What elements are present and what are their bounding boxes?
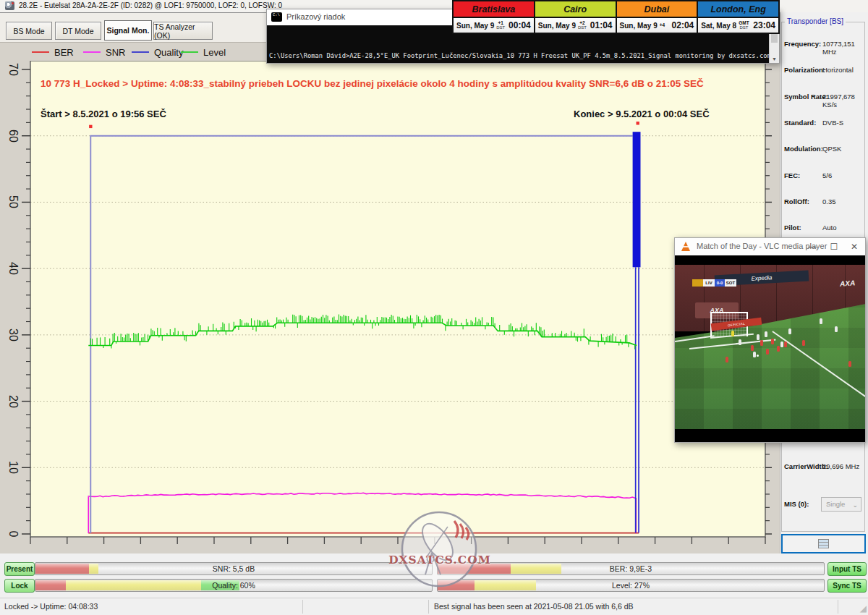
player bbox=[780, 342, 783, 347]
chart-legend: BER SNR Quality Level bbox=[0, 42, 266, 62]
transponder-field: Modulation:QPSK bbox=[781, 145, 866, 156]
transponder-field: FEC:5/6 bbox=[781, 171, 866, 183]
axa-logo: AXA bbox=[840, 279, 856, 287]
player bbox=[848, 361, 851, 367]
meter-label: SNR: 5,5 dB bbox=[35, 563, 432, 574]
chart-start-label: Štart > 8.5.2021 o 19:56 SEČ bbox=[41, 109, 166, 119]
mode-tabstrip: BS Mode DT Mode Signal Mon. TS Analyzer … bbox=[0, 13, 266, 42]
clock-city: Cairo bbox=[535, 1, 616, 18]
player bbox=[784, 342, 787, 347]
player bbox=[802, 340, 805, 346]
resize-grip[interactable]: ◢ bbox=[860, 603, 867, 614]
clock-city: Bratislava bbox=[454, 1, 534, 18]
status-lock-uptime: Locked -> Uptime: 04:08:33 bbox=[4, 602, 98, 611]
player bbox=[766, 349, 769, 355]
input-ts-indicator[interactable]: Input TS bbox=[827, 562, 867, 576]
drive-icon bbox=[818, 539, 829, 548]
y-axis-tick-label: 40 bbox=[4, 259, 22, 278]
legend-item-snr: SNR bbox=[83, 43, 125, 62]
clock-city: Dubai bbox=[617, 1, 697, 18]
y-axis-tick-label: 50 bbox=[4, 192, 22, 211]
mis-select[interactable]: Single⌄ bbox=[821, 497, 861, 512]
ber-line-swatch bbox=[32, 51, 49, 53]
statusbar-separator bbox=[302, 600, 303, 614]
clock-dubai: Dubai Sun, May 9 +4 02:04 bbox=[616, 1, 697, 33]
chart-end-label: Koniec > 9.5.2021 o 00:04 SEČ bbox=[574, 109, 710, 119]
vlc-titlebar[interactable]: Match of the Day - VLC media player — ☐ … bbox=[675, 238, 865, 255]
present-indicator[interactable]: Present bbox=[4, 562, 35, 576]
desktop: 28.2E - Eutelsat 28A-2A-2E-2F (ID: 0282)… bbox=[0, 0, 868, 615]
cmd-prompt-line: C:\Users\Roman Dávid>A2E-28,5°E_UK Footp… bbox=[269, 52, 771, 59]
player bbox=[726, 357, 728, 362]
legend-item-level: Level bbox=[181, 43, 226, 62]
ball bbox=[757, 355, 759, 357]
player bbox=[760, 340, 763, 346]
cmd-title: Príkazový riadok bbox=[286, 12, 345, 21]
vlc-cone-icon bbox=[681, 242, 690, 251]
sync-ts-indicator[interactable]: Sync TS bbox=[827, 579, 867, 593]
level-meter: Level: 27% bbox=[437, 579, 825, 592]
scroll-down-icon[interactable]: ▼ bbox=[770, 55, 779, 63]
player bbox=[753, 352, 756, 357]
transponder-field: Standard:DVB-S bbox=[781, 119, 866, 130]
vlc-video[interactable]: AXA AXA Expedia OFFICIAL LIV 0-0 SOT bbox=[675, 255, 865, 442]
transponder-field: Pilot:Auto bbox=[781, 224, 866, 235]
player bbox=[757, 334, 760, 340]
player bbox=[765, 331, 767, 337]
tab-dt-mode[interactable]: DT Mode bbox=[55, 22, 101, 40]
carrier-width-field: CarrierWidth:29,696 MHz bbox=[781, 462, 866, 474]
y-axis-tick-label: 20 bbox=[4, 392, 22, 411]
snr-line-swatch bbox=[83, 51, 101, 53]
player bbox=[777, 346, 780, 352]
clock-city: London, Eng bbox=[698, 1, 778, 18]
status-best-signal: Best signal has been seen at 2021-05-08 … bbox=[434, 602, 634, 611]
broadcaster-badge bbox=[692, 279, 703, 287]
clock-london: London, Eng Sat, May 8 GMTDST 23:04 bbox=[697, 1, 778, 33]
maximize-button[interactable]: ☐ bbox=[826, 240, 842, 253]
player bbox=[835, 326, 838, 332]
transponder-field: Frequency:10773,151 MHz bbox=[781, 40, 866, 51]
minimize-button[interactable]: — bbox=[804, 240, 820, 253]
quality-meter: Quality: 60% bbox=[35, 579, 433, 592]
level-line-swatch bbox=[181, 51, 198, 53]
snr-meter: SNR: 5,5 dB bbox=[35, 562, 433, 575]
tab-bs-mode[interactable]: BS Mode bbox=[6, 22, 52, 40]
y-axis-tick-label: 30 bbox=[4, 326, 22, 344]
ber-meter: BER: 9,9E-3 bbox=[437, 562, 825, 575]
player bbox=[820, 318, 822, 324]
y-axis-tick-label: 10 bbox=[4, 458, 22, 477]
away-team: SOT bbox=[725, 279, 736, 287]
player bbox=[788, 328, 791, 334]
score-overlay: LIV 0-0 SOT bbox=[692, 279, 736, 287]
transponder-field: Polarization:Horizontal bbox=[781, 66, 866, 77]
scroll-thumb[interactable] bbox=[771, 34, 778, 43]
app-title: 28.2E - Eutelsat 28A-2A-2E-2F (ID: 0282)… bbox=[19, 1, 282, 9]
meter-label: Level: 27% bbox=[438, 580, 824, 591]
lock-indicator[interactable]: Lock bbox=[4, 579, 35, 593]
tab-ts-analyzer[interactable]: TS Analyzer (OK) bbox=[153, 22, 213, 40]
vlc-window[interactable]: Match of the Day - VLC media player — ☐ … bbox=[674, 237, 866, 443]
status-bar: Locked -> Uptime: 04:08:33 Best signal h… bbox=[0, 598, 868, 615]
clock-cairo: Cairo Sun, May 9 +2DST 01:04 bbox=[534, 1, 616, 33]
chart-annotation: 10 773 H_Locked > Uptime: 4:08:33_stabil… bbox=[41, 78, 704, 89]
close-button[interactable]: ✕ bbox=[846, 240, 862, 253]
match-score: 0-0 bbox=[715, 279, 725, 287]
letterbox-bar bbox=[675, 429, 865, 442]
legend-item-ber: BER bbox=[32, 43, 74, 62]
transponder-field: Symbol Rate:21997,678 KS/s bbox=[781, 93, 866, 104]
legend-item-quality: Quality bbox=[132, 43, 183, 62]
chart-canvas bbox=[0, 61, 780, 554]
app-icon bbox=[5, 1, 14, 10]
y-axis-tick-label: 0 bbox=[4, 525, 22, 543]
stream-capture-button[interactable] bbox=[781, 534, 866, 554]
y-axis-tick-label: 70 bbox=[4, 60, 22, 79]
tab-signal-mon[interactable]: Signal Mon. bbox=[104, 20, 152, 41]
chevron-down-icon: ⌄ bbox=[852, 499, 858, 512]
mis-field: MIS (0):Single⌄ bbox=[781, 500, 866, 512]
player bbox=[751, 345, 754, 351]
transponder-field: RollOff:0.35 bbox=[781, 198, 866, 209]
statusbar-separator bbox=[428, 600, 429, 614]
world-clocks: Bratislava Sun, May 9 +1DST 00:04 Cairo … bbox=[452, 0, 780, 34]
quality-line-swatch bbox=[132, 51, 149, 53]
home-team: LIV bbox=[703, 279, 715, 287]
